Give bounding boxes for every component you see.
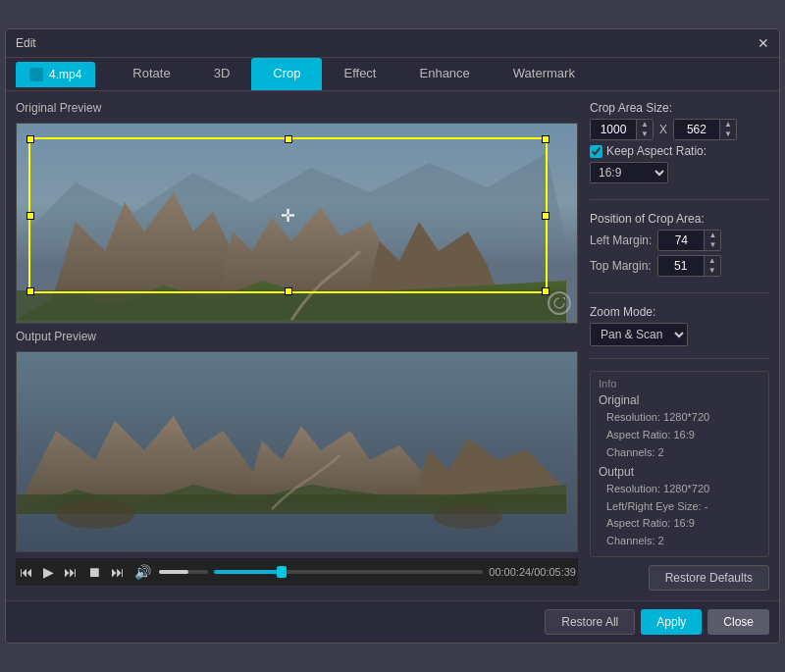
original-preview-image: ✛: [17, 124, 577, 323]
crop-handle-tr[interactable]: [542, 135, 550, 143]
keep-aspect-row: Keep Aspect Ratio:: [590, 144, 769, 158]
play-button[interactable]: ▶: [41, 562, 56, 582]
volume-button[interactable]: 🔊: [132, 562, 153, 582]
right-panel: Crop Area Size: ▲ ▼ X ▲ ▼: [578, 101, 769, 590]
window-title: Edit: [16, 36, 36, 50]
keep-aspect-label: Keep Aspect Ratio:: [606, 144, 706, 158]
volume-slider[interactable]: [159, 570, 208, 574]
tab-effect[interactable]: Effect: [322, 58, 397, 90]
skip-forward-button[interactable]: ⏭: [62, 562, 79, 582]
file-tab-label: 4.mp4: [49, 68, 81, 81]
crop-handle-tl[interactable]: [26, 135, 34, 143]
tab-rotate[interactable]: Rotate: [111, 58, 191, 90]
svg-marker-7: [562, 297, 565, 300]
original-preview-label: Original Preview: [16, 101, 578, 115]
crop-height-input-group[interactable]: ▲ ▼: [673, 119, 737, 140]
zoom-section: Zoom Mode: Pan & Scan Letter Box Full: [590, 305, 769, 346]
divider-3: [590, 358, 769, 359]
crop-width-input-group[interactable]: ▲ ▼: [590, 119, 654, 140]
tabs-bar: 4.mp4 Rotate 3D Crop Effect Enhance Wate…: [6, 58, 779, 91]
info-original-aspect: Aspect Ratio: 16:9: [599, 427, 760, 444]
stop-button[interactable]: ⏹: [85, 562, 103, 582]
crop-height-down[interactable]: ▼: [719, 129, 736, 139]
info-box: Info Original Resolution: 1280*720 Aspec…: [590, 371, 769, 556]
title-bar: Edit ✕: [6, 29, 779, 58]
left-margin-row: Left Margin: ▲ ▼: [590, 230, 769, 251]
close-button[interactable]: Close: [707, 609, 769, 635]
info-output-aspect: Aspect Ratio: 16:9: [599, 515, 760, 533]
crop-overlay[interactable]: ✛: [28, 137, 548, 293]
progress-fill: [214, 570, 282, 574]
info-output-resolution: Resolution: 1280*720: [599, 481, 760, 498]
crop-height-input[interactable]: [674, 120, 719, 139]
crop-handle-br[interactable]: [542, 287, 550, 295]
output-preview-label: Output Preview: [16, 330, 578, 343]
preview-section: Original Preview: [16, 101, 578, 590]
crop-width-input[interactable]: [591, 120, 636, 139]
crop-width-down[interactable]: ▼: [636, 129, 653, 139]
aspect-ratio-select[interactable]: 16:9 4:3 1:1: [590, 162, 668, 183]
left-margin-input-group[interactable]: ▲ ▼: [657, 230, 721, 251]
edit-window: Edit ✕ 4.mp4 Rotate 3D Crop Effect Enhan…: [5, 28, 780, 643]
output-preview-svg: [17, 352, 577, 551]
left-down[interactable]: ▼: [704, 240, 720, 250]
top-label: Top Margin:: [590, 259, 652, 273]
output-preview-container: [16, 351, 578, 552]
top-down[interactable]: ▼: [704, 266, 720, 276]
zoom-title: Zoom Mode:: [590, 305, 769, 319]
playback-bar: ⏮ ▶ ⏭ ⏹ ⏭ 🔊 00:00:24/00:05:39: [16, 558, 578, 586]
divider-1: [590, 199, 769, 200]
tab-crop[interactable]: Crop: [251, 58, 322, 90]
info-title: Info: [599, 378, 760, 389]
restore-defaults-button[interactable]: Restore Defaults: [649, 565, 769, 591]
nav-tabs: Rotate 3D Crop Effect Enhance Watermark: [111, 58, 597, 90]
crop-handle-bl[interactable]: [26, 287, 34, 295]
progress-track[interactable]: [214, 570, 483, 574]
top-up[interactable]: ▲: [704, 256, 720, 266]
info-original-label: Original: [599, 393, 760, 407]
crop-area-title: Crop Area Size:: [590, 101, 769, 115]
left-label: Left Margin:: [590, 233, 652, 247]
keep-aspect-checkbox[interactable]: [590, 145, 602, 158]
divider-2: [590, 292, 769, 293]
original-preview-container: ✛: [16, 123, 578, 324]
file-tab[interactable]: 4.mp4: [16, 62, 95, 87]
end-button[interactable]: ⏭: [109, 562, 127, 582]
crop-handle-tc[interactable]: [285, 135, 292, 143]
left-up[interactable]: ▲: [704, 231, 720, 240]
skip-back-button[interactable]: ⏮: [18, 562, 35, 582]
window-close-button[interactable]: ✕: [758, 35, 769, 51]
restore-defaults-area: Restore Defaults: [590, 565, 769, 591]
info-output-eye-size: Left/Right Eye Size: -: [599, 498, 760, 516]
tab-3d[interactable]: 3D: [192, 58, 252, 90]
time-display: 00:00:24/00:05:39: [489, 566, 576, 578]
zoom-select[interactable]: Pan & Scan Letter Box Full: [590, 323, 688, 346]
crop-width-up[interactable]: ▲: [636, 120, 653, 129]
crop-height-up[interactable]: ▲: [719, 120, 736, 129]
aspect-ratio-row: 16:9 4:3 1:1: [590, 162, 769, 183]
restore-all-button[interactable]: Restore All: [545, 609, 635, 635]
crop-size-row: ▲ ▼ X ▲ ▼: [590, 119, 769, 140]
tab-watermark[interactable]: Watermark: [492, 58, 597, 90]
top-margin-input[interactable]: [658, 256, 704, 276]
bottom-bar: Restore All Apply Close: [6, 600, 779, 643]
info-original-resolution: Resolution: 1280*720: [599, 409, 760, 427]
info-output-channels: Channels: 2: [599, 533, 760, 550]
crop-handle-ml[interactable]: [26, 212, 34, 220]
info-output-label: Output: [599, 465, 760, 479]
top-margin-input-group[interactable]: ▲ ▼: [657, 255, 721, 277]
apply-button[interactable]: Apply: [641, 609, 702, 635]
progress-thumb: [277, 566, 287, 578]
crop-handle-bc[interactable]: [285, 287, 292, 295]
crop-handle-mr[interactable]: [542, 212, 550, 220]
crop-crosshair: ✛: [281, 205, 295, 227]
x-label: X: [659, 123, 667, 136]
file-icon: [29, 68, 43, 81]
left-margin-input[interactable]: [658, 231, 704, 250]
tab-enhance[interactable]: Enhance: [398, 58, 492, 90]
svg-point-15: [434, 505, 502, 529]
info-original-channels: Channels: 2: [599, 444, 760, 462]
crop-area-section: Crop Area Size: ▲ ▼ X ▲ ▼: [590, 101, 769, 187]
svg-point-14: [56, 499, 134, 529]
position-title: Position of Crop Area:: [590, 212, 769, 226]
